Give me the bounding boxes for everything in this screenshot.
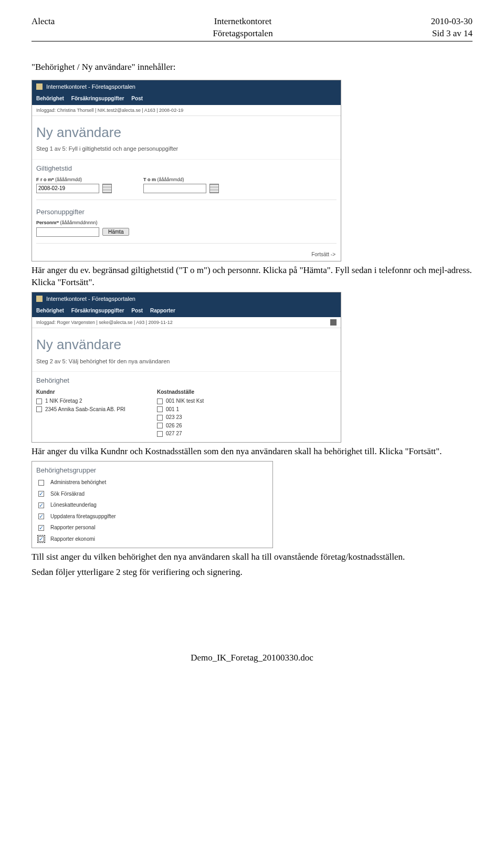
grupp-item[interactable]: Uppdatera företagsuppgifter bbox=[38, 513, 266, 520]
tom-field-group: T o m (ååååmmdd) bbox=[143, 176, 219, 193]
checkbox-icon[interactable] bbox=[157, 399, 163, 404]
kundnr-item[interactable]: 2345 Annika Saab-Scania AB. PRI bbox=[36, 405, 136, 414]
favicon-icon bbox=[36, 296, 43, 302]
checkbox-icon[interactable] bbox=[157, 423, 163, 428]
hamta-button[interactable]: Hämta bbox=[102, 228, 129, 236]
menubar: Behörighet Försäkringsuppgifter Post Rap… bbox=[32, 305, 341, 318]
personnr-label-bold: Personnr* bbox=[36, 220, 59, 225]
from-hint: (ååååmmdd) bbox=[55, 177, 82, 182]
checkbox-icon[interactable] bbox=[38, 513, 44, 519]
titlebar: Internetkontoret - Företagsportalen bbox=[32, 292, 341, 305]
grupper-list: Administrera behörighetSök FörsäkradLöne… bbox=[32, 478, 272, 548]
header-center: Internetkontoret Företagsportalen bbox=[213, 16, 272, 40]
print-icon[interactable] bbox=[330, 319, 337, 326]
grupp-label: Uppdatera företagsuppgifter bbox=[50, 513, 116, 520]
kost-label: 001 NIK test Kst bbox=[166, 397, 204, 405]
kundnr-label: 2345 Annika Saab-Scania AB. PRI bbox=[45, 406, 125, 413]
fortsatt-link[interactable]: Fortsätt -> bbox=[32, 247, 341, 261]
checkbox-icon[interactable] bbox=[38, 480, 44, 486]
checkbox-icon[interactable] bbox=[38, 502, 44, 508]
menu-forsakring[interactable]: Försäkringsuppgifter bbox=[71, 307, 124, 315]
logged-in-line: Inloggad: Christina Thorsell | NIK.test2… bbox=[32, 105, 341, 116]
grupp-label: Administrera behörighet bbox=[50, 479, 106, 486]
from-field-group: F r o m* (ååååmmdd) bbox=[36, 176, 112, 193]
calendar-icon[interactable] bbox=[209, 184, 219, 193]
checkbox-icon[interactable] bbox=[36, 406, 42, 412]
kostnadsstalle-header: Kostnadsställe bbox=[157, 389, 257, 397]
kost-item[interactable]: 001 1 bbox=[157, 405, 257, 414]
header-page: Sid 3 av 14 bbox=[431, 28, 472, 40]
kundnr-item[interactable]: 1 NIK Företag 2 bbox=[36, 397, 136, 405]
kost-item[interactable]: 026 26 bbox=[157, 422, 257, 430]
screenshot-ny-anvandare-step1: Internetkontoret - Företagsportalen Behö… bbox=[32, 80, 341, 261]
grupp-item[interactable]: Rapporter personal bbox=[38, 524, 266, 531]
section-heading-1: "Behörighet / Ny användare" innehåller: bbox=[32, 61, 472, 74]
window-title: Internetkontoret - Företagsportalen bbox=[46, 83, 135, 91]
personnr-row: Personnr* (ååååmmddnnnn) Hämta bbox=[32, 218, 341, 239]
paragraph-3: Till sist anger du vilken behörighet den… bbox=[32, 551, 472, 563]
checkbox-icon[interactable] bbox=[38, 491, 44, 497]
kost-item[interactable]: 023 23 bbox=[157, 413, 257, 422]
step-indicator: Steg 2 av 5: Välj behörighet för den nya… bbox=[32, 358, 341, 372]
subheading-giltighet: Giltighetstid bbox=[32, 159, 341, 175]
page-title: Ny användare bbox=[32, 328, 341, 357]
grupp-item[interactable]: Rapporter ekonomi bbox=[38, 536, 266, 543]
kost-item[interactable]: 001 NIK test Kst bbox=[157, 397, 257, 405]
giltighet-row: F r o m* (ååååmmdd) T o m (ååååmmdd) bbox=[32, 175, 341, 196]
behorighet-columns: Kundnr 1 NIK Företag 2 2345 Annika Saab-… bbox=[32, 387, 341, 442]
menu-post[interactable]: Post bbox=[131, 307, 143, 315]
menu-rapporter[interactable]: Rapporter bbox=[150, 307, 175, 315]
step-indicator: Steg 1 av 5: Fyll i giltighetstid och an… bbox=[32, 145, 341, 159]
paragraph-1: Här anger du ev. begränsad giltighetstid… bbox=[32, 265, 472, 289]
checkbox-icon[interactable] bbox=[157, 415, 163, 421]
page-header: Alecta Internetkontoret Företagsportalen… bbox=[32, 16, 472, 40]
menu-behorighet[interactable]: Behörighet bbox=[36, 95, 64, 102]
tom-hint: (ååååmmdd) bbox=[158, 177, 184, 182]
subheading-grupper: Behörighetsgrupper bbox=[32, 462, 272, 478]
header-center-line2: Företagsportalen bbox=[213, 28, 272, 40]
titlebar: Internetkontoret - Företagsportalen bbox=[32, 80, 341, 93]
tom-input[interactable] bbox=[143, 184, 206, 193]
grupp-label: Sök Försäkrad bbox=[50, 490, 85, 498]
grupp-item[interactable]: Löneskatteunderlag bbox=[38, 501, 266, 509]
kundnr-label: 1 NIK Företag 2 bbox=[45, 397, 82, 405]
grupp-item[interactable]: Sök Försäkrad bbox=[38, 490, 266, 498]
favicon-icon bbox=[36, 83, 43, 90]
header-center-line1: Internetkontoret bbox=[213, 16, 272, 28]
personnr-hint: (ååååmmddnnnn) bbox=[60, 220, 98, 225]
window-title: Internetkontoret - Företagsportalen bbox=[46, 295, 135, 303]
checkbox-icon[interactable] bbox=[36, 399, 42, 404]
kost-item[interactable]: 027 27 bbox=[157, 429, 257, 438]
grupp-label: Rapporter ekonomi bbox=[50, 536, 95, 543]
tom-label: T o m (ååååmmdd) bbox=[143, 176, 219, 183]
personnr-label: Personnr* (ååååmmddnnnn) bbox=[36, 219, 129, 226]
from-label-bold: F r o m* bbox=[36, 177, 54, 182]
grupp-item[interactable]: Administrera behörighet bbox=[38, 479, 266, 486]
checkbox-icon[interactable] bbox=[38, 525, 44, 531]
subheading-behorighet: Behörighet bbox=[32, 371, 341, 387]
checkbox-icon[interactable] bbox=[157, 431, 163, 437]
from-label: F r o m* (ååååmmdd) bbox=[36, 176, 112, 183]
calendar-icon[interactable] bbox=[102, 184, 112, 193]
personnr-input[interactable] bbox=[36, 227, 99, 237]
kost-label: 027 27 bbox=[166, 430, 182, 437]
header-date: 2010-03-30 bbox=[431, 16, 472, 28]
separator bbox=[36, 200, 337, 200]
kundnr-header: Kundnr bbox=[36, 389, 136, 397]
kundnr-column: Kundnr 1 NIK Företag 2 2345 Annika Saab-… bbox=[36, 389, 136, 438]
menu-post[interactable]: Post bbox=[131, 95, 143, 102]
grupp-label: Löneskatteunderlag bbox=[50, 501, 97, 509]
menubar: Behörighet Försäkringsuppgifter Post bbox=[32, 93, 341, 106]
kostnadsstalle-column: Kostnadsställe 001 NIK test Kst 001 1 02… bbox=[157, 389, 257, 438]
screenshot-ny-anvandare-step2: Internetkontoret - Företagsportalen Behö… bbox=[32, 292, 341, 443]
subheading-personuppgifter: Personuppgifter bbox=[32, 203, 341, 219]
checkbox-icon[interactable] bbox=[38, 536, 44, 542]
kost-label: 001 1 bbox=[166, 406, 179, 413]
checkbox-icon[interactable] bbox=[157, 406, 163, 412]
menu-behorighet[interactable]: Behörighet bbox=[36, 307, 64, 315]
separator bbox=[36, 243, 337, 244]
from-input[interactable] bbox=[36, 184, 99, 193]
menu-forsakring[interactable]: Försäkringsuppgifter bbox=[71, 95, 124, 102]
logged-in-text: Inloggad: Roger Vargensten | seke@alecta… bbox=[36, 320, 173, 325]
kost-label: 023 23 bbox=[166, 414, 182, 421]
